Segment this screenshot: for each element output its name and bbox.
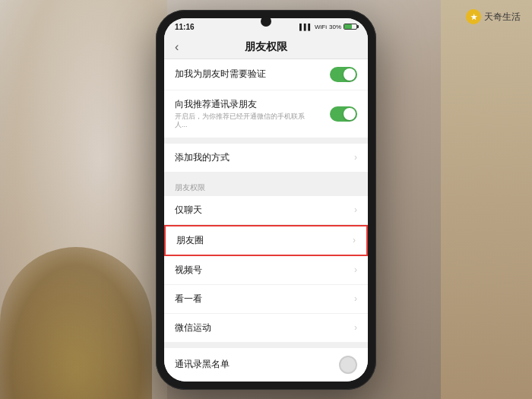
row-recommend-subtitle: 开启后，为你推荐已经开通微信的手机联系人...: [175, 112, 312, 130]
wifi-icon: WiFi: [315, 24, 327, 30]
status-time: 11:16: [175, 23, 195, 31]
phone-screen: 11:16 ▌▌▌ WiFi 30% ‹ 朋友权限 加我为朋友时需要验证: [164, 18, 368, 382]
battery-percent: 30%: [329, 24, 341, 30]
settings-group-permissions: 仅聊天 › 朋友圈 › 视频号 › 看一看 › 微信运动 ›: [164, 196, 368, 342]
settings-row-add-method[interactable]: 添加我的方式 ›: [164, 144, 368, 172]
row-verify-title: 加我为朋友时需要验证: [175, 68, 266, 81]
phone-frame: 11:16 ▌▌▌ WiFi 30% ‹ 朋友权限 加我为朋友时需要验证: [156, 10, 376, 390]
settings-row-sport[interactable]: 微信运动 ›: [164, 314, 368, 342]
settings-row-kankan[interactable]: 看一看 ›: [164, 285, 368, 314]
back-button[interactable]: ‹: [175, 40, 179, 54]
row-channels-title: 视频号: [175, 264, 202, 277]
chevron-kankan-icon: ›: [354, 293, 357, 304]
row-recommend-left: 向我推荐通讯录朋友 开启后，为你推荐已经开通微信的手机联系人...: [175, 98, 312, 130]
settings-group-toggles: 加我为朋友时需要验证 向我推荐通讯录朋友 开启后，为你推荐已经开通微信的手机联系…: [164, 59, 368, 138]
settings-row-recommend[interactable]: 向我推荐通讯录朋友 开启后，为你推荐已经开通微信的手机联系人...: [164, 90, 368, 138]
section-label-friends: 朋友权限: [164, 178, 368, 196]
chevron-chat-only-icon: ›: [354, 204, 357, 215]
status-icons: ▌▌▌ WiFi 30%: [299, 24, 357, 30]
settings-content: 加我为朋友时需要验证 向我推荐通讯录朋友 开启后，为你推荐已经开通微信的手机联系…: [164, 59, 368, 382]
toggle-circle-blacklist[interactable]: [339, 356, 357, 374]
row-moments-title: 朋友圈: [176, 234, 204, 247]
watermark-label: 天奇生活: [484, 11, 521, 24]
row-kankan-title: 看一看: [175, 293, 202, 306]
toggle-recommend[interactable]: [330, 106, 357, 122]
battery-icon: [344, 24, 357, 30]
row-blacklist-title: 通讯录黑名单: [175, 358, 230, 371]
row-sport-title: 微信运动: [175, 321, 211, 334]
watermark: ★ 天奇生活: [466, 9, 521, 24]
row-recommend-title: 向我推荐通讯录朋友: [175, 98, 312, 111]
nav-bar: ‹ 朋友权限: [164, 34, 368, 59]
bg-right-decoration: [441, 0, 532, 399]
signal-icon: ▌▌▌: [299, 24, 312, 30]
camera-notch: [261, 16, 271, 27]
settings-row-chat-only[interactable]: 仅聊天 ›: [164, 196, 368, 225]
chevron-sport-icon: ›: [354, 322, 357, 333]
settings-row-channels[interactable]: 视频号 ›: [164, 256, 368, 285]
row-recommend-right: [330, 106, 357, 122]
watermark-icon: ★: [466, 9, 481, 24]
bg-basket-decoration: [0, 247, 152, 399]
settings-row-verify[interactable]: 加我为朋友时需要验证: [164, 59, 368, 90]
row-verify-right: [330, 67, 357, 82]
row-chat-only-title: 仅聊天: [175, 204, 202, 217]
chevron-channels-icon: ›: [354, 264, 357, 275]
settings-row-moments[interactable]: 朋友圈 ›: [164, 225, 368, 256]
chevron-moments-icon: ›: [353, 235, 356, 245]
chevron-add-icon: ›: [354, 152, 357, 163]
battery-fill: [344, 24, 352, 29]
page-title: 朋友权限: [245, 40, 287, 54]
settings-row-blacklist[interactable]: 通讯录黑名单: [164, 348, 368, 382]
settings-group-add: 添加我的方式 ›: [164, 144, 368, 172]
row-verify-left: 加我为朋友时需要验证: [175, 68, 266, 81]
settings-group-blacklist: 通讯录黑名单: [164, 348, 368, 382]
row-add-title: 添加我的方式: [175, 151, 230, 164]
toggle-verify[interactable]: [330, 67, 357, 82]
